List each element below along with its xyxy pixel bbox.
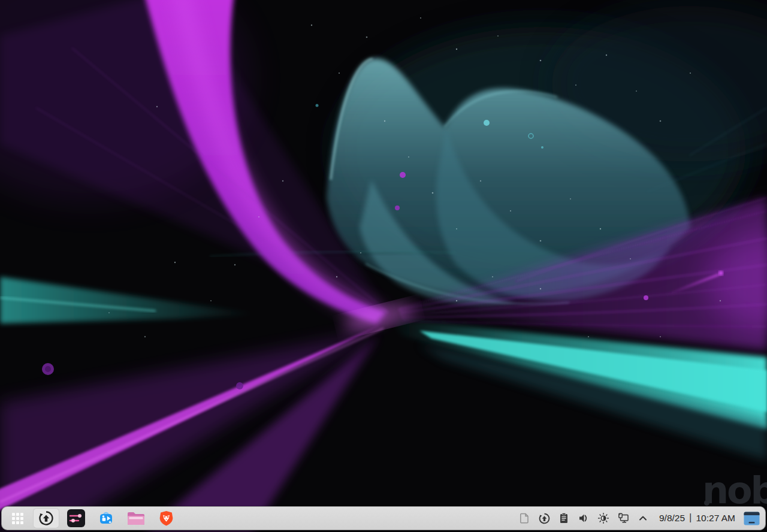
tray-display-config[interactable] (615, 509, 632, 527)
app-launcher-button[interactable] (5, 508, 29, 528)
volume-icon (578, 512, 590, 524)
tray-notifications[interactable] (516, 509, 533, 527)
tray-night-color[interactable] (595, 509, 612, 527)
wallpaper-watermark: nob (702, 472, 767, 509)
taskbar-left-group (5, 508, 179, 528)
clock-time: 10:27 AM (696, 513, 736, 524)
task-brave-browser[interactable] (153, 508, 179, 528)
tweaks-sliders-icon (67, 509, 85, 527)
tray-volume[interactable] (575, 509, 593, 527)
task-discover-store[interactable] (93, 508, 119, 528)
taskbar-panel: 9/8/25 | 10:27 AM (1, 506, 766, 530)
display-configuration-icon (617, 512, 630, 525)
task-system-updater[interactable] (33, 508, 59, 528)
show-desktop-icon (744, 512, 760, 525)
wallpaper-watermark-dot (704, 500, 709, 506)
clock-date: 9/8/25 (659, 513, 685, 524)
brave-browser-icon (158, 509, 175, 527)
app-grid-icon (12, 513, 23, 524)
task-tweaks-tool[interactable] (63, 508, 89, 528)
night-color-sun-icon (597, 512, 609, 524)
wallpaper-image (0, 0, 767, 532)
tray-expander[interactable] (635, 509, 652, 527)
show-desktop-button[interactable] (741, 509, 762, 528)
system-update-icon (38, 510, 55, 527)
discover-store-icon (97, 509, 115, 527)
task-file-manager[interactable] (123, 508, 149, 528)
file-manager-folder-icon (126, 510, 146, 527)
system-tray: 9/8/25 | 10:27 AM (516, 509, 762, 528)
tray-clipboard[interactable] (555, 509, 573, 527)
clock-separator: | (689, 512, 691, 524)
clipboard-icon (558, 512, 570, 524)
expand-tray-chevron-icon (638, 513, 648, 524)
desktop[interactable]: nob (0, 0, 767, 532)
tray-updates[interactable] (536, 509, 553, 527)
updates-available-icon (538, 512, 551, 525)
notifications-document-icon (518, 512, 530, 524)
digital-clock[interactable]: 9/8/25 | 10:27 AM (659, 512, 735, 524)
